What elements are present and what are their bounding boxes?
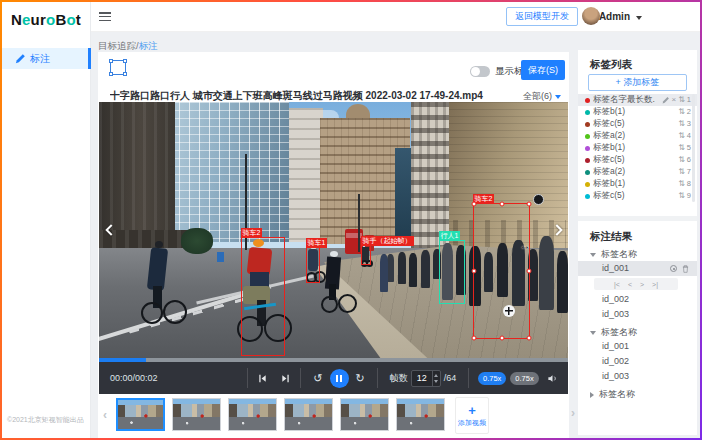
avatar[interactable] [582,7,600,25]
caret-right-icon[interactable] [590,392,594,398]
video-thumbnail[interactable] [172,398,221,431]
tree-item[interactable]: id_003 [578,307,697,322]
label-item[interactable]: 标签b(1)⇅8 [578,178,697,190]
label-index: 2 [687,108,691,116]
resize-handle[interactable] [472,336,477,341]
label-item[interactable]: 标签a(2)⇅7 [578,166,697,178]
pause-button[interactable] [330,369,349,388]
sort-icon[interactable]: ⇅ [678,192,685,200]
locate-icon[interactable] [670,265,677,272]
forward-10-icon[interactable]: ↻ [356,373,365,384]
sort-icon[interactable]: ⇅ [678,108,685,116]
rect-select-tool-icon[interactable] [110,60,126,75]
bounding-box[interactable]: 骑手（起始帧） [361,245,371,265]
sort-icon[interactable]: ⇅ [678,156,685,164]
add-label-button[interactable]: + 添加标签 [588,74,687,91]
caret-down-icon[interactable] [590,253,596,257]
sort-icon[interactable]: ⇅ [678,132,685,140]
frame-total-label: /64 [444,373,457,383]
speed-pill[interactable]: 0.75x [510,372,538,385]
tree-item[interactable]: id_001 [578,261,697,276]
sort-icon[interactable]: ⇅ [678,120,685,128]
caret-down-icon [555,95,561,99]
sort-icon[interactable]: ⇅ [678,144,685,152]
app-window: NeuroBot 标注 ©2021北京矩视智能出品 返回模型开发 Admin 目… [2,2,700,438]
filmstrip-next-icon[interactable]: › [571,406,575,420]
trash-icon[interactable] [682,265,689,273]
step-prev-icon[interactable] [257,373,268,384]
tree-item[interactable]: id_002 [578,292,697,307]
edit-icon[interactable] [662,97,669,104]
label-item[interactable]: 标签名字最长数...×⇅1 [578,94,697,106]
frame-stepper[interactable] [432,371,440,386]
label-item[interactable]: 标签c(5)⇅3 [578,118,697,130]
video-thumbnail[interactable] [228,398,277,431]
label-list-title: 标签列表 [590,58,632,72]
resize-handle[interactable] [472,269,477,274]
caret-down-icon[interactable] [590,331,596,335]
tree-group[interactable]: 标签名称 [578,326,697,339]
label-name: 标签c(5) [593,154,655,166]
breadcrumb-parent[interactable]: 目标追踪 [98,40,136,51]
pencil-icon [15,54,25,64]
tree-item[interactable]: id_001 [578,339,697,354]
scrollbar[interactable] [692,94,695,202]
resize-handle[interactable] [499,202,504,207]
add-video-button[interactable]: + 添加视频 [455,397,489,434]
label-index: 4 [687,132,691,140]
tree-item[interactable]: id_002 [578,354,697,369]
label-item[interactable]: 标签a(2)⇅4 [578,130,697,142]
user-menu-caret-icon[interactable] [636,16,642,20]
video-thumbnail[interactable] [116,398,165,431]
active-indicator [88,48,91,69]
video-thumbnail[interactable] [284,398,333,431]
label-item[interactable]: 标签b(1)⇅2 [578,106,697,118]
tree-group[interactable]: 标签名称 [578,388,697,401]
label-item[interactable]: 标签c(5)⇅9 [578,190,697,202]
resize-handle[interactable] [472,202,477,207]
annotation-workspace-card: 显示标注 保存(S) 十字路口路口行人 城市交通上下班高峰斑马线过马路视频 20… [98,52,569,438]
label-color-dot [585,122,590,127]
tree-group[interactable]: 标签名称 [578,248,697,261]
show-annotation-toggle[interactable] [470,66,490,77]
pagination-arrow[interactable]: < [628,281,632,288]
video-canvas[interactable]: 骑车2骑车1骑手（起始帧）行人1骑车2 ↔ [99,102,568,358]
sort-icon[interactable]: ⇅ [678,168,685,176]
tree-item[interactable]: id_003 [578,369,697,384]
video-thumbnail[interactable] [396,398,445,431]
video-thumbnail[interactable] [340,398,389,431]
pagination-arrow[interactable]: >| [652,281,658,288]
sort-icon[interactable]: ⇅ [678,180,685,188]
back-to-model-dev-button[interactable]: 返回模型开发 [506,7,578,26]
step-next-icon[interactable] [280,373,291,384]
volume-icon[interactable] [547,373,558,384]
pagination-arrow[interactable]: > [640,281,644,288]
bounding-box[interactable]: 骑车1 [306,247,320,283]
user-name[interactable]: Admin [599,11,630,22]
filmstrip-prev-icon[interactable]: ‹ [103,408,107,422]
resize-handle[interactable] [499,336,504,341]
bounding-box-label: 行人1 [439,231,461,241]
frame-number-input[interactable]: 12 [411,370,441,387]
label-index: 6 [687,156,691,164]
delete-icon[interactable]: × [671,96,676,104]
record-indicator-icon[interactable] [533,194,544,205]
sidebar-item-annotate[interactable]: 标注 [2,48,91,69]
rewind-10-icon[interactable]: ↺ [313,373,322,384]
bounding-box[interactable]: 行人1 [439,240,465,304]
labels-panel: 标签列表 + 添加标签 标签名字最长数...×⇅1标签b(1)⇅2标签c(5)⇅… [578,50,697,435]
speed-pill-active[interactable]: 0.75x [478,372,506,385]
resize-handle[interactable] [527,202,532,207]
label-item[interactable]: 标签c(5)⇅6 [578,154,697,166]
bounding-box[interactable]: 骑车2 [241,237,285,356]
pagination-arrow[interactable]: |< [614,281,620,288]
copyright-text: ©2021北京矩视智能出品 [7,415,87,425]
resize-handle[interactable] [527,269,532,274]
label-item[interactable]: 标签b(1)⇅5 [578,142,697,154]
label-index: 7 [687,168,691,176]
sort-icon[interactable]: ⇅ [678,96,685,104]
save-button[interactable]: 保存(S) [521,60,565,80]
bounding-box-selected[interactable]: 骑车2 [473,203,530,339]
menu-collapse-icon[interactable] [99,12,111,21]
resize-handle[interactable] [527,336,532,341]
